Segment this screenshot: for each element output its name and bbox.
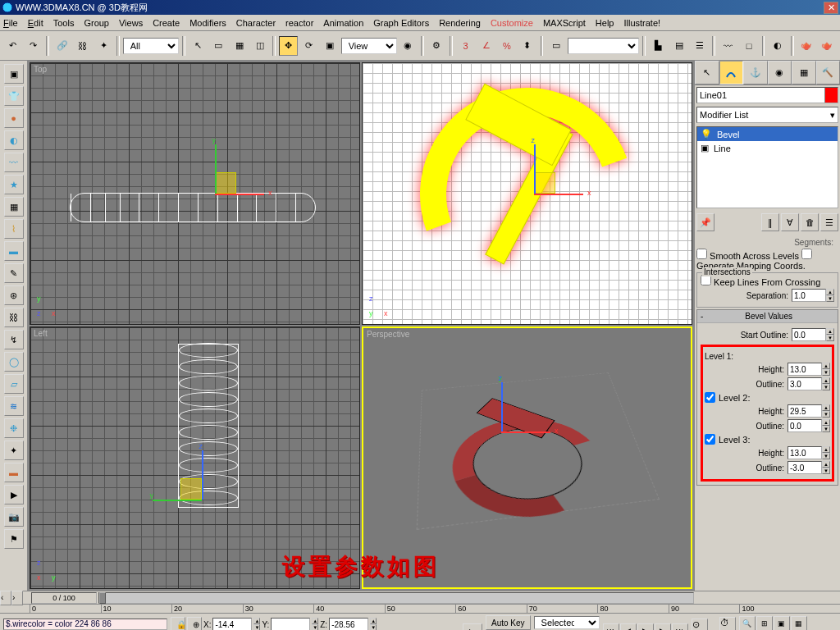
layers-button[interactable]: ☰ (690, 36, 709, 56)
level2-checkbox[interactable]: Level 2: (705, 392, 830, 403)
level3-outline-input[interactable] (788, 461, 822, 474)
object-name-input[interactable] (697, 88, 824, 103)
menu-customize[interactable]: Customize (491, 18, 533, 28)
select-name-button[interactable]: ▭ (209, 36, 228, 56)
maxscript-listener[interactable]: $.wirecolor = color 224 86 86 (3, 619, 167, 630)
ref-coord-dropdown[interactable]: View (341, 38, 397, 54)
key-mode-dropdown[interactable]: Selected (534, 616, 600, 629)
rigid-body-icon[interactable]: ▣ (4, 64, 24, 84)
manip-button[interactable]: ⚙ (427, 36, 446, 56)
separation-input[interactable] (792, 289, 826, 302)
chain-icon[interactable]: ⛓ (4, 308, 24, 327)
quick-render-button[interactable]: 🫖 (818, 36, 837, 56)
display-tab[interactable]: ▦ (792, 61, 816, 84)
stack-line[interactable]: ▣Line (697, 141, 838, 155)
time-config-button[interactable]: ⏱ (719, 617, 736, 630)
mesh-icon[interactable]: ▦ (4, 197, 24, 217)
modify-tab[interactable] (719, 61, 744, 84)
rope-icon[interactable]: 〰 (4, 153, 24, 172)
close-button[interactable]: ✕ (824, 2, 838, 14)
coord-z[interactable] (329, 618, 368, 630)
menu-reactor[interactable]: reactor (285, 18, 313, 28)
pivot-button[interactable]: ◉ (399, 36, 418, 56)
utilities-tab[interactable]: 🔨 (816, 61, 841, 84)
flag-icon[interactable]: ⚑ (4, 529, 24, 549)
redo-button[interactable]: ↷ (24, 36, 43, 56)
angle-snap-button[interactable]: ∠ (477, 36, 495, 56)
menu-character[interactable]: Character (236, 18, 276, 28)
cloth-icon[interactable]: 👕 (4, 86, 24, 106)
menu-tools[interactable]: Tools (53, 18, 75, 28)
timeline-next[interactable]: › (11, 591, 23, 605)
menu-help[interactable]: Help (596, 18, 614, 28)
motion-tab[interactable]: ◉ (768, 61, 792, 84)
level2-height-input[interactable] (788, 404, 822, 418)
goto-end-button[interactable]: ⏭ (672, 623, 688, 630)
move-button[interactable]: ✥ (279, 36, 298, 56)
pin-stack-button[interactable]: 📌 (696, 213, 714, 231)
spring-icon[interactable]: ⌇ (4, 219, 24, 239)
timeline-prev[interactable]: ‹ (0, 591, 11, 605)
camera-icon[interactable]: 📷 (4, 507, 24, 527)
keep-lines-checkbox[interactable]: Keep Lines From Crossing (701, 277, 820, 287)
menu-edit[interactable]: Edit (28, 18, 43, 28)
menu-illustrate[interactable]: Illustrate! (623, 18, 660, 28)
key-icon[interactable]: 🗝 (463, 623, 482, 630)
menu-create[interactable]: Create (153, 18, 180, 28)
wind-icon[interactable]: ↯ (4, 330, 24, 349)
menu-group[interactable]: Group (84, 18, 109, 28)
abs-rel-button[interactable]: ⊕ (187, 617, 202, 630)
preview-icon[interactable]: ▶ (4, 485, 24, 504)
render-scene-button[interactable]: 🫖 (797, 36, 816, 56)
spinner-snap-button[interactable]: ⬍ (518, 36, 536, 56)
zoom-button[interactable]: 🔍 (739, 616, 756, 631)
level2-outline-input[interactable] (788, 419, 822, 432)
rotate-button[interactable]: ⟳ (299, 36, 318, 56)
viewport-front[interactable]: z x y (362, 62, 692, 325)
next-frame-button[interactable]: ▶ (655, 623, 671, 630)
water-icon[interactable]: ≋ (4, 396, 24, 416)
named-sel-dropdown[interactable] (568, 38, 639, 54)
remove-mod-button[interactable]: 🗑 (801, 213, 819, 231)
time-slider[interactable] (98, 592, 694, 604)
zoom-all-button[interactable]: ⊞ (756, 616, 773, 631)
menu-views[interactable]: Views (119, 18, 143, 28)
coord-x[interactable] (212, 618, 252, 630)
zoom-extents-button[interactable]: ▣ (774, 616, 790, 631)
viewport-perspective[interactable]: Perspective z x y (362, 326, 692, 589)
star-icon[interactable]: ★ (4, 175, 24, 194)
show-end-button[interactable]: ‖ (761, 213, 779, 231)
viewport-left[interactable]: Left z y x (30, 326, 360, 589)
modifier-list-dropdown[interactable]: Modifier List▾ (696, 107, 838, 123)
analyze-icon[interactable]: ✦ (4, 441, 24, 460)
key-mode-toggle[interactable]: ⊙ (692, 619, 708, 631)
pretzel-icon[interactable]: ❉ (4, 418, 24, 438)
menu-file[interactable]: FFileile (3, 18, 18, 28)
menu-rendering[interactable]: Rendering (439, 18, 481, 28)
level1-outline-input[interactable] (788, 377, 822, 390)
hierarchy-tab[interactable]: ⚓ (743, 61, 768, 84)
snap-button[interactable]: 3 (456, 36, 475, 56)
goto-start-button[interactable]: ⏮ (603, 623, 619, 630)
start-outline-input[interactable] (792, 328, 826, 341)
selection-set-dropdown[interactable]: All (123, 38, 179, 54)
unlink-button[interactable]: ⛓ (73, 36, 92, 56)
pencil-icon[interactable]: ✎ (4, 263, 24, 283)
eye-icon[interactable]: 💡 (701, 129, 712, 139)
create-tab[interactable]: ↖ (695, 61, 719, 84)
time-ruler[interactable]: 0102030405060708090100 (0, 605, 840, 614)
menu-maxscript[interactable]: MAXScript (543, 18, 586, 28)
mirror-button[interactable]: ▙ (649, 36, 668, 56)
modifier-stack[interactable]: 💡Bevel ▣Line (696, 126, 838, 208)
select-button[interactable]: ↖ (189, 36, 208, 56)
window-crossing-button[interactable]: ◫ (250, 36, 269, 56)
viewport-top[interactable]: Top y x z (30, 62, 360, 325)
stack-bevel[interactable]: 💡Bevel (697, 127, 838, 141)
percent-snap-button[interactable]: % (497, 36, 516, 56)
unique-button[interactable]: ∀ (781, 213, 799, 231)
menu-animation[interactable]: Animation (323, 18, 363, 28)
autokey-button[interactable]: Auto Key (486, 615, 531, 630)
softbody-icon[interactable]: ◐ (4, 130, 24, 150)
plane-icon[interactable]: ▱ (4, 374, 24, 394)
align-button[interactable]: ▤ (669, 36, 688, 56)
